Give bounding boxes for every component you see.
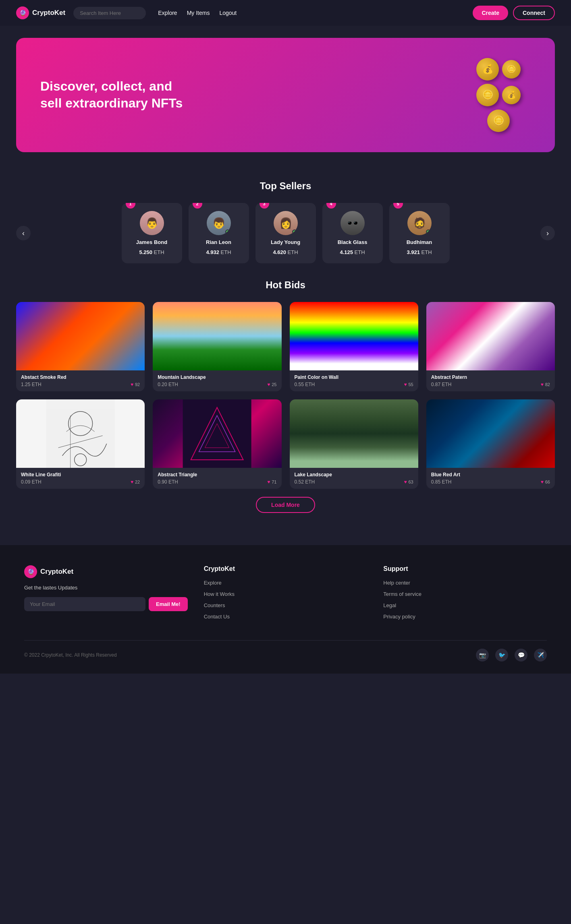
bid-price-0: 1.25 ETH [21,382,42,387]
logo-icon: 🔮 [16,6,29,19]
carousel-prev-button[interactable]: ‹ [16,226,31,240]
bid-image-3 [426,302,555,370]
svg-rect-0 [46,399,115,468]
coin-1: 💰 [476,58,499,81]
footer-copyright: © 2022 CrpytoKet, Inc. All Rights Reserv… [24,652,117,658]
create-button[interactable]: Create [473,6,508,20]
seller-eth-1: 5.250 ETH [139,249,164,255]
bid-image-0 [16,302,145,370]
footer-link-legal[interactable]: Legal [383,602,396,608]
bid-price-6: 0.52 ETH [295,479,315,485]
bid-bottom-6: 0.52 ETH ♥ 63 [295,479,413,485]
footer-col-cryptoket: CryptoKet Explore How it Works Counters … [204,565,368,624]
search-input[interactable] [73,7,146,19]
nav-explore[interactable]: Explore [158,10,177,16]
online-indicator-2 [225,229,230,234]
bid-price-3: 0.87 ETH [431,382,452,387]
bid-image-2 [290,302,418,370]
bid-info-1: Mountain Landscape 0.20 ETH ♥ 25 [153,370,281,391]
seller-eth-4: 4.125 ETH [340,249,365,255]
seller-rank-3: 3 [260,203,269,209]
load-more-wrapper: Load More [16,489,555,529]
bid-likes-4: ♥ 22 [131,479,140,485]
bid-artwork-5 [153,399,281,468]
bid-card-4[interactable]: White Line Grafiti 0.09 ETH ♥ 22 [16,399,145,489]
online-indicator-3 [292,229,297,234]
connect-button[interactable]: Connect [513,6,555,20]
bid-bottom-0: 1.25 ETH ♥ 92 [21,382,140,387]
bid-card-7[interactable]: Blue Red Art 0.85 ETH ♥ 66 [426,399,555,489]
instagram-icon[interactable]: 📷 [476,649,489,661]
footer-col1-links: Explore How it Works Counters Contact Us [204,579,368,620]
coin-5: 🪙 [487,110,510,132]
heart-icon-2: ♥ [404,382,407,387]
hero-text: Discover, collect, and sell extraordinar… [40,78,193,112]
twitter-icon[interactable]: 🐦 [495,649,508,661]
bid-image-4 [16,399,145,468]
seller-name-4: Black Glass [338,239,368,245]
footer-link-contact[interactable]: Contact Us [204,614,230,620]
footer-top: 🔮 CryptoKet Get the lastes Updates Email… [24,565,547,624]
discord-icon[interactable]: 💬 [515,649,527,661]
bid-price-1: 0.20 ETH [158,382,178,387]
nav-my-items[interactable]: My Items [187,10,210,16]
seller-card-3[interactable]: 3 👩 Lady Young 4.620 ETH [255,203,316,263]
bid-name-5: Abstract Triangle [158,472,276,478]
bid-bottom-4: 0.09 ETH ♥ 22 [21,479,140,485]
footer-link-privacy[interactable]: Privacy policy [383,614,415,620]
footer-logo: 🔮 CryptoKet [24,565,188,578]
bid-name-3: Abstract Patern [431,374,550,380]
carousel-next-button[interactable]: › [540,226,555,240]
bid-bottom-2: 0.55 ETH ♥ 55 [295,382,413,387]
bid-price-4: 0.09 ETH [21,479,42,485]
seller-rank-2: 2 [193,203,202,209]
bid-likes-5: ♥ 71 [267,479,276,485]
svg-rect-5 [183,399,251,468]
footer-email-input[interactable] [24,597,145,611]
seller-card-1[interactable]: 1 👨 James Bond 5.250 ETH [122,203,182,263]
seller-card-5[interactable]: 5 🧔 Budhiman 3.921 ETH [389,203,450,263]
footer-email-button[interactable]: Email Me! [149,597,188,611]
bid-card-2[interactable]: Paint Color on Wall 0.55 ETH ♥ 55 [290,302,418,391]
bid-price-2: 0.55 ETH [295,382,315,387]
footer-link-help[interactable]: Help center [383,580,410,586]
telegram-icon[interactable]: ✈️ [534,649,547,661]
brand-logo[interactable]: 🔮 CryptoKet [16,6,65,19]
bid-name-1: Mountain Landscape [158,374,276,380]
seller-avatar-3: 👩 [274,211,298,235]
bid-card-5[interactable]: Abstract Triangle 0.90 ETH ♥ 71 [153,399,281,489]
bid-artwork-7 [426,399,555,468]
footer-link-explore[interactable]: Explore [204,580,222,586]
seller-rank-1: 1 [126,203,135,209]
footer-link-how-it-works[interactable]: How it Works [204,591,235,597]
bid-image-7 [426,399,555,468]
footer-brand: 🔮 CryptoKet Get the lastes Updates Email… [24,565,188,624]
bid-name-0: Abstact Smoke Red [21,374,140,380]
nav-logout[interactable]: Logout [219,10,237,16]
seller-card-2[interactable]: 2 👦 Rian Leon 4.932 ETH [189,203,249,263]
bid-likes-3: ♥ 82 [541,382,550,387]
seller-avatar-2: 👦 [207,211,231,235]
bid-bottom-1: 0.20 ETH ♥ 25 [158,382,276,387]
bid-price-5: 0.90 ETH [158,479,178,485]
heart-icon-3: ♥ [541,382,544,387]
footer: 🔮 CryptoKet Get the lastes Updates Email… [0,545,571,674]
bid-name-7: Blue Red Art [431,472,550,478]
seller-card-4[interactable]: 4 🕶️ Black Glass 4.125 ETH [322,203,383,263]
bid-artwork-4 [16,399,145,468]
footer-logo-text: CryptoKet [40,568,73,576]
bid-info-4: White Line Grafiti 0.09 ETH ♥ 22 [16,468,145,489]
bid-card-3[interactable]: Abstract Patern 0.87 ETH ♥ 82 [426,302,555,391]
bid-card-1[interactable]: Mountain Landscape 0.20 ETH ♥ 25 [153,302,281,391]
bid-bottom-7: 0.85 ETH ♥ 66 [431,479,550,485]
bid-info-6: Lake Landscape 0.52 ETH ♥ 63 [290,468,418,489]
bid-card-6[interactable]: Lake Landscape 0.52 ETH ♥ 63 [290,399,418,489]
footer-link-counters[interactable]: Counters [204,602,225,608]
bid-likes-2: ♥ 55 [404,382,413,387]
hero-decoration: 💰 🪙 🪙 💰 🪙 [466,58,531,132]
load-more-button[interactable]: Load More [256,497,315,513]
seller-name-5: Budhiman [407,239,432,245]
bid-card-0[interactable]: Abstact Smoke Red 1.25 ETH ♥ 92 [16,302,145,391]
coin-4: 💰 [502,86,521,104]
footer-link-terms[interactable]: Terms of service [383,591,422,597]
